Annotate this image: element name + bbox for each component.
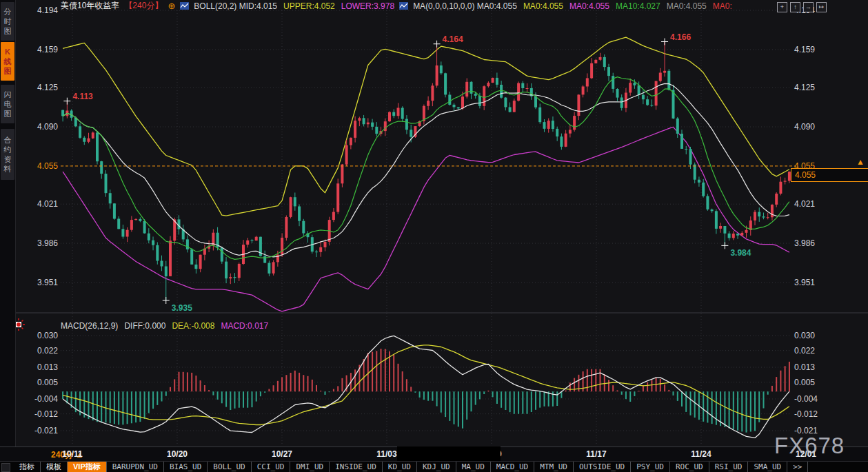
boll-segment-1: BOLL(20,2) MID:4.015: [194, 1, 277, 11]
macd-params-label: MACD(26,12,9): [61, 321, 118, 331]
x-axis-label: 11/03: [376, 449, 396, 459]
ma-chart-icon: [399, 1, 408, 10]
x-axis-label: 10/11: [62, 449, 82, 459]
zoom-horizontal-icon[interactable]: →: [803, 2, 814, 12]
y-axis-label-left: 0.022: [25, 346, 58, 356]
boll-values: BOLL(20,2) MID:4.015UPPER:4.052LOWER:3.9…: [194, 1, 394, 11]
chart-type-sidebar: 分时图K线图闪电图合约资料: [0, 0, 16, 447]
ma-values: MA(0,0,0,10,0,0) MA0:4.055MA0:4.055MA0:4…: [413, 1, 732, 11]
period-badge: 【240分】: [124, 0, 163, 12]
sidebar-item-1[interactable]: 分时图: [1, 2, 14, 41]
ma-segment-3: MA0:4.055: [569, 1, 609, 11]
y-axis-label-left: -0.012: [25, 409, 58, 419]
sidebar-item-2[interactable]: K线图: [1, 42, 14, 81]
watermark: FX678: [774, 433, 845, 459]
ma-segment-2: MA0:4.055: [523, 1, 563, 11]
toolbar-tab-sma_ud[interactable]: SMA_UD: [748, 462, 787, 472]
toolbar-tab->>[interactable]: >>: [787, 462, 808, 472]
macd-dea-value: DEA:-0.008: [172, 321, 214, 331]
boll-chart-icon: [180, 1, 189, 10]
y-axis-label-right: -0.012: [794, 409, 836, 419]
add-indicator-icon[interactable]: ⊕: [168, 1, 175, 10]
svg-text:4.113: 4.113: [72, 92, 93, 101]
toolbar-tab-cci_ud[interactable]: CCI_UD: [252, 462, 291, 472]
y-axis-label-left: 0.013: [25, 362, 58, 372]
toolbar-tab-rsi_ud[interactable]: RSI_UD: [709, 462, 749, 472]
svg-text:4.166: 4.166: [670, 32, 691, 42]
x-axis-label: 11/17: [586, 449, 606, 459]
toolbar-tab-mtm_ud[interactable]: MTM_UD: [534, 462, 574, 472]
y-axis-label-left: 4.090: [25, 122, 58, 132]
symbol-title: 美债10年收益率: [61, 0, 119, 12]
y-axis-label-left: 4.055: [25, 161, 58, 171]
y-axis-label-left: 4.021: [25, 199, 58, 209]
y-axis-label-left: 4.194: [25, 6, 58, 15]
toolbar-tab-dmi_ud[interactable]: DMI_UD: [290, 462, 330, 472]
ma-segment-4: MA10:4.027: [616, 1, 660, 11]
y-axis-label-left: 0.030: [25, 331, 58, 340]
y-axis-label-left: 4.125: [25, 83, 58, 92]
y-axis-label-right: -0.004: [794, 394, 836, 404]
y-axis-label-left: 3.986: [25, 238, 58, 248]
macd-header: MACD(26,12,9) DIFF:0.000 DEA:-0.008 MACD…: [61, 321, 268, 331]
macd-diff-value: DIFF:0.000: [124, 321, 165, 331]
y-axis-label-left: 0.005: [25, 378, 58, 387]
ma-segment-6: MA0:: [713, 1, 732, 11]
toolbar-tab-ma_ud[interactable]: MA_UD: [456, 462, 491, 472]
y-axis-label-right: 3.951: [794, 278, 836, 287]
toolbar-grid-icon[interactable]: [1, 463, 10, 472]
toolbar-tab-[interactable]: 模板: [41, 462, 68, 472]
y-axis-label-right: 0.013: [794, 362, 836, 372]
toolbar-tab-bias_ud[interactable]: BIAS_UD: [164, 462, 208, 472]
y-axis-label-right: 0.030: [794, 331, 836, 340]
toolbar-tab-psy_ud[interactable]: PSY_UD: [631, 462, 670, 472]
y-axis-label-right: 0.022: [794, 346, 836, 356]
toolbar-tab-kdj_ud[interactable]: KDJ_UD: [417, 462, 456, 472]
toolbar-tab-inside_ud[interactable]: INSIDE_UD: [330, 462, 383, 472]
y-axis-label-left: -0.004: [25, 394, 58, 404]
sidebar-item-4[interactable]: 合约资料: [1, 129, 14, 180]
toolbar-tab-[interactable]: 指标: [14, 462, 41, 472]
x-axis-label: 10/20: [167, 449, 188, 459]
x-axis-strip: 240分 ▲ 10/1110/2010/2711/0311/1011/1711/…: [0, 447, 868, 462]
ma-segment-1: MA(0,0,0,10,0,0) MA0:4.055: [413, 1, 517, 11]
redaction-overlay: [397, 447, 501, 462]
y-axis-label-left: 4.159: [25, 45, 58, 54]
zoom-vertical-icon[interactable]: ↑: [790, 2, 800, 12]
boll-segment-3: LOWER:3.978: [341, 1, 394, 11]
toolbar-tab-roc_ud[interactable]: ROC_UD: [670, 462, 709, 472]
y-axis-label-left: 3.951: [25, 278, 58, 287]
toolbar-tab-macd_ud[interactable]: MACD_UD: [491, 462, 534, 472]
toolbar-tab-boll_ud[interactable]: BOLL_UD: [208, 462, 251, 472]
y-axis-label-right: 0.005: [794, 378, 836, 387]
shift-right-icon[interactable]: ↦: [816, 2, 827, 12]
toolbar-tab-outside_ud[interactable]: OUTSIDE_UD: [574, 462, 631, 472]
x-axis-label: 10/27: [272, 449, 292, 459]
y-axis-label-left: -0.021: [25, 426, 58, 435]
y-axis-label-right: 4.125: [794, 83, 836, 92]
latest-price-arrow-icon[interactable]: ▲: [856, 157, 865, 167]
indicator-toolbar: 指标模板VIP指标BARUPDN_UDBIAS_UDBOLL_UDCCI_UDD…: [0, 461, 868, 472]
toolbar-tab-vip[interactable]: VIP指标: [68, 462, 107, 472]
indicator-header: 美债10年收益率 【240分】 ⊕ BOLL(20,2) MID:4.015UP…: [61, 1, 732, 11]
svg-text:3.984: 3.984: [730, 248, 751, 258]
svg-text:4.164: 4.164: [443, 34, 463, 44]
x-axis-label: 11/24: [691, 449, 711, 459]
pan-icon[interactable]: +: [777, 2, 787, 12]
toolbar-tab-kd_ud[interactable]: KD_UD: [383, 462, 417, 472]
chart-window-buttons: +↑→↦: [777, 2, 827, 12]
ma-segment-5: MA0:4.055: [667, 1, 707, 11]
boll-segment-2: UPPER:4.052: [283, 1, 335, 11]
y-axis-label-right: 4.021: [794, 199, 836, 209]
y-axis-label-right: 4.159: [794, 45, 836, 54]
y-axis-label-right: 3.986: [794, 238, 836, 248]
current-price-box: 4.055: [791, 168, 868, 182]
svg-text:3.935: 3.935: [172, 303, 192, 313]
macd-macd-value: MACD:0.017: [221, 321, 268, 331]
toolbar-tab-barupdn_ud[interactable]: BARUPDN_UD: [107, 462, 164, 472]
y-axis-label-right: 4.090: [794, 122, 836, 132]
candlestick-chart[interactable]: 4.1133.9354.1644.1663.984: [0, 0, 868, 472]
sidebar-item-3[interactable]: 闪电图: [1, 85, 14, 123]
